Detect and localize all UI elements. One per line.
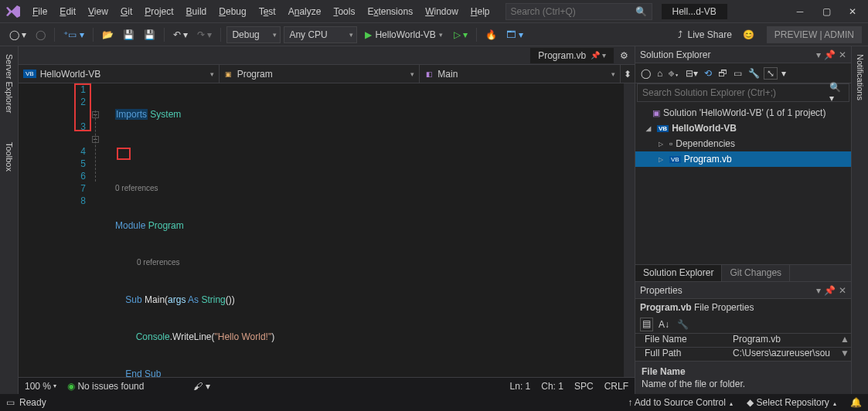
menu-help[interactable]: Help: [465, 3, 496, 20]
browse-button[interactable]: 🗔 ▾: [503, 28, 526, 42]
live-share-button[interactable]: ⤴ Live Share: [673, 28, 736, 42]
new-item-button[interactable]: ⁺▭ ▾: [60, 28, 87, 42]
feedback-button[interactable]: 😊: [740, 28, 757, 42]
select-repo-button[interactable]: ◆ Select Repository ▴: [747, 397, 836, 408]
prop-value[interactable]: Program.vb: [728, 334, 839, 347]
add-source-control-button[interactable]: ↑ Add to Source Control ▴: [628, 397, 733, 408]
home-icon[interactable]: ⌂: [655, 66, 665, 80]
menu-git[interactable]: Git: [114, 3, 138, 20]
menu-analyze[interactable]: Analyze: [282, 3, 328, 20]
tree-dependencies[interactable]: ▷ ▫ Dependencies: [635, 136, 851, 151]
close-icon[interactable]: ✕: [839, 285, 846, 296]
global-search[interactable]: 🔍: [505, 3, 652, 20]
global-search-input[interactable]: [511, 6, 635, 17]
back-icon[interactable]: ◯: [638, 66, 653, 80]
preview-admin-button[interactable]: PREVIEW | ADMIN: [767, 26, 862, 43]
scrollbar[interactable]: [624, 83, 635, 377]
split-view-button[interactable]: ⬍: [621, 65, 635, 83]
maximize-button[interactable]: ▢: [814, 2, 839, 21]
run-button[interactable]: ▶ HelloWorld-VB ▾: [360, 28, 447, 42]
refresh-icon[interactable]: 🗗: [716, 66, 730, 80]
menu-test[interactable]: Test: [253, 3, 282, 20]
issues-status[interactable]: ◉ No issues found: [67, 381, 144, 392]
codelens[interactable]: 0 references: [115, 256, 624, 269]
tree-file-program[interactable]: ▷ VB Program.vb: [635, 151, 851, 167]
categorized-icon[interactable]: ▤: [640, 318, 653, 331]
collapse-up-icon[interactable]: ▲: [839, 334, 851, 347]
minimize-button[interactable]: ─: [788, 2, 812, 21]
vs-logo: [3, 4, 23, 19]
code-text[interactable]: Imports System 0 references Module Progr…: [115, 83, 624, 377]
save-button[interactable]: 💾: [120, 28, 138, 42]
nav-fwd-button[interactable]: ◯: [32, 28, 49, 42]
tab-git-changes[interactable]: Git Changes: [722, 265, 790, 281]
redo-button[interactable]: ↷ ▾: [194, 28, 215, 42]
brush-icon[interactable]: 🖌 ▾: [193, 381, 209, 392]
menu-view[interactable]: View: [82, 3, 114, 20]
config-dropdown[interactable]: Debug: [226, 26, 281, 43]
zoom-dropdown[interactable]: 100 % ▾: [25, 381, 56, 392]
more-icon[interactable]: ▾: [779, 66, 788, 80]
switch-views-icon[interactable]: ⎆▾: [666, 66, 682, 80]
collapse-down-icon[interactable]: ▼: [839, 348, 851, 361]
editor-tab-program[interactable]: Program.vb 📌 ▾: [530, 48, 614, 63]
open-button[interactable]: 📂: [99, 28, 117, 42]
prop-row[interactable]: Full Path C:\Users\azureuser\sou ▼: [635, 348, 851, 362]
window-menu-icon[interactable]: ▾: [816, 49, 821, 60]
crlf-status[interactable]: CRLF: [604, 381, 628, 392]
filter-icon[interactable]: ⊟▾: [683, 66, 700, 80]
menu-build[interactable]: Build: [180, 3, 213, 20]
show-all-icon[interactable]: ▭: [731, 66, 744, 80]
prop-row[interactable]: File Name Program.vb ▲: [635, 334, 851, 348]
alpha-sort-icon[interactable]: A↓: [656, 318, 672, 331]
codelens[interactable]: 0 references: [115, 182, 624, 195]
properties-icon[interactable]: 🔧: [746, 66, 762, 80]
toolbox-tab[interactable]: Toolbox: [3, 139, 15, 175]
tab-solution-explorer[interactable]: Solution Explorer: [635, 265, 722, 281]
menu-tools[interactable]: Tools: [327, 3, 361, 20]
menu-edit[interactable]: Edit: [53, 3, 82, 20]
pin-icon[interactable]: 📌: [824, 49, 836, 60]
undo-button[interactable]: ↶ ▾: [170, 28, 191, 42]
platform-dropdown[interactable]: Any CPU: [284, 26, 357, 43]
panel-tabs: Solution Explorer Git Changes: [635, 264, 851, 281]
menu-file[interactable]: File: [26, 3, 53, 20]
run-no-debug-button[interactable]: ▷ ▾: [451, 28, 471, 42]
save-all-button[interactable]: 💾: [141, 28, 158, 42]
solution-search[interactable]: 🔍▾: [637, 83, 849, 102]
gear-icon[interactable]: ⚙: [617, 49, 631, 63]
nav-back-button[interactable]: ◯ ▾: [6, 28, 29, 42]
pin-icon[interactable]: 📌: [824, 285, 836, 296]
expand-icon[interactable]: ▷: [659, 141, 666, 148]
breadcrumb-method[interactable]: ◧ Main: [420, 65, 621, 83]
code-area[interactable]: 1 2 3 4 5 6 7 8 💡 − − Imports System: [19, 83, 635, 377]
close-button[interactable]: ✕: [840, 2, 865, 21]
menu-debug[interactable]: Debug: [213, 3, 252, 20]
preview-icon[interactable]: ⤡: [764, 67, 778, 80]
expand-icon[interactable]: ▷: [659, 156, 666, 163]
ln-status[interactable]: Ln: 1: [510, 381, 531, 392]
tree-project[interactable]: ◢ VB HelloWorld-VB: [635, 121, 851, 136]
spc-status[interactable]: SPC: [574, 381, 594, 392]
menu-extensions[interactable]: Extensions: [361, 3, 419, 20]
breadcrumb-class[interactable]: ▣ Program: [220, 65, 420, 83]
tree-solution-root[interactable]: ▣ Solution 'HelloWorld-VB' (1 of 1 proje…: [635, 105, 851, 121]
output-icon[interactable]: ▭: [6, 397, 15, 408]
hot-reload-button[interactable]: 🔥: [482, 28, 500, 42]
bell-icon[interactable]: 🔔: [850, 397, 862, 408]
menu-project[interactable]: Project: [138, 3, 179, 20]
notifications-tab[interactable]: Notifications: [856, 49, 865, 100]
prop-value[interactable]: C:\Users\azureuser\sou: [728, 348, 839, 361]
props-pages-icon[interactable]: 🔧: [675, 318, 691, 331]
sync-icon[interactable]: ⟲: [702, 66, 714, 80]
window-menu-icon[interactable]: ▾: [816, 285, 821, 296]
solution-search-input[interactable]: [642, 87, 829, 98]
close-icon[interactable]: ✕: [839, 49, 846, 60]
solution-chip[interactable]: Hell...d-VB: [662, 4, 727, 19]
expand-icon[interactable]: ◢: [646, 125, 654, 132]
pin-icon[interactable]: 📌 ▾: [591, 51, 606, 59]
breadcrumb-project[interactable]: VB HelloWorld-VB: [19, 65, 220, 83]
ch-status[interactable]: Ch: 1: [541, 381, 563, 392]
server-explorer-tab[interactable]: Server Explorer: [3, 51, 15, 116]
menu-window[interactable]: Window: [419, 3, 465, 20]
